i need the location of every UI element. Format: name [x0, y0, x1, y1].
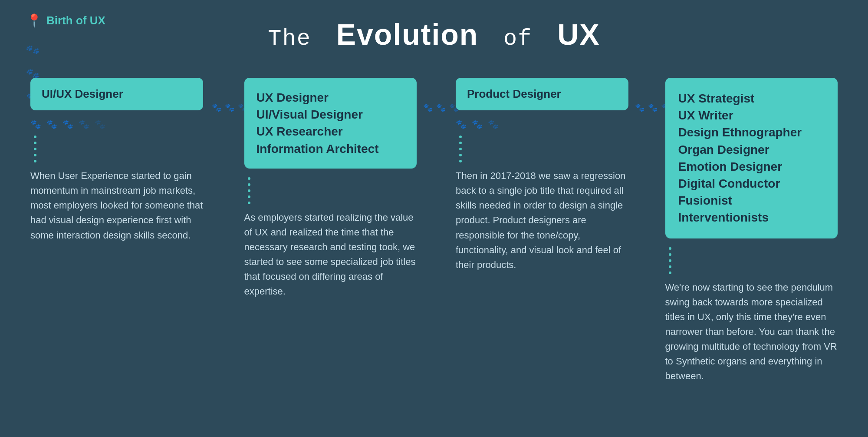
- conn-fp-7: 🐾: [635, 103, 644, 113]
- page-header: The Evolution of UX: [26, 17, 842, 52]
- vertical-dots-4: [669, 247, 838, 274]
- conn-fp-8: 🐾: [648, 103, 658, 113]
- title-info-architect: Information Architect: [256, 140, 405, 157]
- column-1: UI/UX Designer 🐾 🐾 🐾 🐾 🐾 When User Exper…: [26, 78, 212, 384]
- title-ux-designer: UX Designer: [256, 89, 405, 106]
- card-3-title: Product Designer: [467, 87, 561, 100]
- conn-fp-5: 🐾: [436, 103, 446, 113]
- title-ux: UX: [557, 18, 600, 51]
- main-title: The Evolution of UX: [26, 17, 842, 52]
- title-design-ethnographer: Design Ethnographer: [678, 124, 825, 141]
- title-emotion-designer: Emotion Designer: [678, 158, 825, 175]
- title-interventionists: Interventionists: [678, 209, 825, 226]
- title-of: of: [503, 26, 532, 52]
- column-2-body: As employers started realizing the value…: [244, 210, 417, 299]
- title-organ-designer: Organ Designer: [678, 141, 825, 158]
- title-ux-researcher: UX Researcher: [256, 123, 405, 140]
- conn-fp-1: 🐾: [212, 103, 221, 113]
- future-titles-list: UX Strategist UX Writer Design Ethnograp…: [678, 90, 825, 226]
- column-4: UX Strategist UX Writer Design Ethnograp…: [661, 78, 842, 384]
- card-1-title: UI/UX Designer: [42, 87, 123, 100]
- column-3-body: Then in 2017-2018 we saw a regression ba…: [456, 169, 628, 272]
- vertical-dots-2: [248, 177, 417, 204]
- title-evolution: Evolution: [336, 18, 479, 51]
- column-4-body: We're now starting to see the pendulum s…: [665, 280, 838, 384]
- card-uiux-designer: UI/UX Designer: [30, 78, 203, 110]
- connector-1-2: 🐾 🐾 🐾: [212, 78, 238, 384]
- footprint-icon-h7: 🐾: [472, 119, 483, 129]
- title-fusionist: Fusionist: [678, 192, 825, 209]
- footprint-icon-h2: 🐾: [46, 119, 57, 129]
- vertical-dots-1: [34, 136, 203, 162]
- title-uivisual-designer: UI/Visual Designer: [256, 106, 405, 123]
- connector-3-4: 🐾 🐾 🐾: [635, 78, 661, 384]
- footprint-icon-h5: 🐾: [95, 119, 105, 129]
- columns-container: UI/UX Designer 🐾 🐾 🐾 🐾 🐾 When User Exper…: [26, 78, 842, 384]
- card-future-titles: UX Strategist UX Writer Design Ethnograp…: [665, 78, 838, 238]
- column-2: UX Designer UI/Visual Designer UX Resear…: [238, 78, 424, 384]
- card-ux-titles: UX Designer UI/Visual Designer UX Resear…: [244, 78, 417, 169]
- footprint-icon-h3: 🐾: [62, 119, 73, 129]
- column-1-body: When User Experience started to gain mom…: [30, 169, 203, 242]
- vertical-dots-3: [459, 136, 628, 162]
- page-container: 📍 Birth of UX 🐾 🐾 🐾 The Evolution of UX …: [0, 0, 868, 437]
- footprint-row-1: 🐾 🐾 🐾 🐾 🐾: [30, 119, 203, 129]
- column-3: Product Designer 🐾 🐾 🐾 Then in 2017-2018…: [449, 78, 635, 384]
- connector-2-3: 🐾 🐾 🐾: [423, 78, 449, 384]
- title-ux-strategist: UX Strategist: [678, 90, 825, 107]
- conn-fp-2: 🐾: [225, 103, 234, 113]
- conn-fp-4: 🐾: [423, 103, 433, 113]
- footprint-icon-h8: 🐾: [488, 119, 499, 129]
- footprint-icon-h4: 🐾: [79, 119, 89, 129]
- ux-titles-list: UX Designer UI/Visual Designer UX Resear…: [256, 89, 405, 157]
- footprint-row-3: 🐾 🐾 🐾: [456, 119, 628, 129]
- card-product-designer: Product Designer: [456, 78, 628, 110]
- footprint-icon-h6: 🐾: [456, 119, 467, 129]
- title-digital-conductor: Digital Conductor: [678, 175, 825, 192]
- footprint-icon-h1: 🐾: [30, 119, 41, 129]
- title-the: The: [268, 26, 311, 52]
- title-ux-writer: UX Writer: [678, 107, 825, 124]
